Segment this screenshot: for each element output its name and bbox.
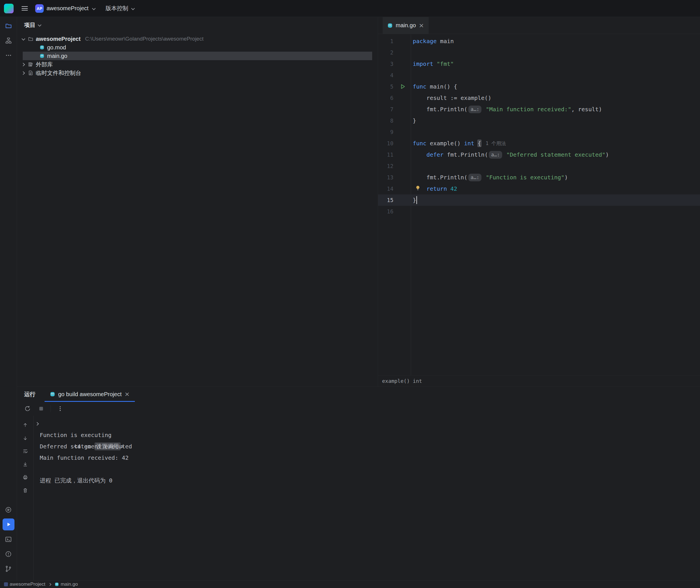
rerun-button[interactable] bbox=[23, 404, 32, 413]
code-line[interactable]: 14 return 42 bbox=[378, 183, 700, 194]
tree-row-main-go[interactable]: main.go bbox=[23, 52, 372, 60]
code-line[interactable]: 1package main bbox=[378, 35, 700, 47]
main-menu-button[interactable] bbox=[22, 6, 28, 11]
down-stacktrace-button[interactable] bbox=[22, 434, 29, 442]
code-line[interactable]: 6 result := example() bbox=[378, 92, 700, 104]
code-text: result := example() bbox=[411, 95, 491, 101]
project-panel-title: 项目 bbox=[24, 21, 35, 29]
run-tool-window: 运行 go build awesomeProject × bbox=[17, 387, 700, 580]
printer-icon bbox=[22, 474, 28, 480]
code-line[interactable]: 9 bbox=[378, 126, 700, 138]
run-panel-title[interactable]: 运行 bbox=[24, 390, 35, 398]
console-command-line: <4 go 设置调用> bbox=[40, 418, 700, 429]
soft-wrap-button[interactable] bbox=[22, 448, 29, 455]
run-tab-label: go build awesomeProject bbox=[58, 391, 121, 398]
clear-console-button[interactable] bbox=[22, 487, 29, 494]
stop-icon bbox=[38, 406, 44, 412]
code-line[interactable]: 3import "fmt" bbox=[378, 58, 700, 70]
problems-tool-button[interactable] bbox=[3, 548, 14, 560]
code-line[interactable]: 2 bbox=[378, 47, 700, 58]
code-text: import "fmt" bbox=[411, 60, 454, 67]
code-line[interactable]: 4 bbox=[378, 70, 700, 81]
code-line[interactable]: 7 fmt.Println(a…: "Main function receive… bbox=[378, 104, 700, 115]
structure-tool-button[interactable] bbox=[3, 35, 14, 47]
stop-button[interactable] bbox=[37, 404, 45, 413]
chevron-right-icon[interactable] bbox=[21, 62, 26, 67]
goland-window: AP awesomeProject 版本控制 bbox=[0, 0, 700, 588]
code-text: } bbox=[411, 196, 417, 204]
code-line[interactable]: 12 bbox=[378, 160, 700, 172]
token-inlay: 1 个用法 bbox=[486, 140, 506, 147]
code-line[interactable]: 15} bbox=[378, 194, 700, 206]
project-tool-button[interactable] bbox=[3, 20, 14, 32]
statusbar-file-crumb[interactable]: main.go bbox=[55, 581, 78, 587]
code-lines[interactable]: 1package main23import "fmt"45func main()… bbox=[378, 34, 700, 375]
context-bar[interactable]: example() int bbox=[378, 375, 700, 387]
scroll-end-icon bbox=[22, 461, 28, 467]
project-tool-window: 项目 awesomeProject C:\Users\meowr\GolandP… bbox=[17, 17, 378, 387]
token-p: example() bbox=[426, 140, 464, 147]
fold-expand-icon[interactable] bbox=[35, 418, 39, 429]
project-avatar: AP bbox=[35, 4, 44, 13]
project-widget[interactable]: AP awesomeProject bbox=[35, 4, 96, 13]
tree-row-go-mod[interactable]: go.mod bbox=[17, 43, 378, 52]
go-file-icon bbox=[50, 391, 55, 397]
token-p: ) bbox=[605, 151, 609, 158]
tree-row-scratches[interactable]: 临时文件和控制台 bbox=[17, 69, 378, 77]
code-text: fmt.Println(a…: "Main function received:… bbox=[411, 106, 602, 113]
run-toolbar bbox=[17, 402, 700, 416]
token-str: "fmt" bbox=[437, 60, 454, 67]
run-tab-go-build[interactable]: go build awesomeProject × bbox=[45, 387, 135, 402]
line-number: 5 bbox=[378, 83, 395, 90]
vcs-widget[interactable]: 版本控制 bbox=[106, 5, 135, 12]
more-options-button[interactable] bbox=[56, 404, 64, 413]
scroll-to-end-button[interactable] bbox=[22, 461, 29, 468]
token-p bbox=[413, 151, 426, 158]
vcs-widget-label: 版本控制 bbox=[106, 5, 128, 12]
code-text: defer fmt.Println(a…: "Deferred statemen… bbox=[411, 151, 609, 159]
token-p: main() { bbox=[426, 83, 457, 90]
chevron-down-icon[interactable] bbox=[21, 37, 26, 41]
print-button[interactable] bbox=[22, 474, 29, 481]
services-tool-button[interactable] bbox=[3, 504, 14, 516]
code-line[interactable]: 11 defer fmt.Println(a…: "Deferred state… bbox=[378, 149, 700, 160]
console-blank-line bbox=[40, 463, 700, 475]
context-breadcrumb: example() int bbox=[382, 378, 422, 384]
line-number: 16 bbox=[378, 208, 395, 215]
more-tool-windows-button[interactable] bbox=[3, 49, 14, 61]
editor-tab-main-go[interactable]: main.go × bbox=[383, 17, 429, 34]
tree-row-external-libraries[interactable]: 外部库 bbox=[17, 60, 378, 69]
tree-row-project-root[interactable]: awesomeProject C:\Users\meowr\GolandProj… bbox=[17, 35, 378, 43]
up-stacktrace-button[interactable] bbox=[22, 421, 29, 429]
token-p bbox=[482, 106, 486, 113]
line-number: 12 bbox=[378, 163, 395, 169]
problems-icon bbox=[5, 551, 12, 558]
intention-bulb-icon[interactable] bbox=[415, 185, 421, 191]
run-gutter-icon[interactable] bbox=[395, 83, 411, 90]
console-line: Deferred statement executed bbox=[40, 441, 700, 452]
console-exit-line: 进程 已完成，退出代码为 0 bbox=[40, 475, 700, 486]
line-number: 2 bbox=[378, 49, 395, 56]
token-p: fmt.Println( bbox=[413, 174, 468, 181]
code-line[interactable]: 5func main() { bbox=[378, 81, 700, 92]
folder-icon bbox=[28, 36, 33, 42]
code-line[interactable]: 10func example() int {1 个用法 bbox=[378, 138, 700, 149]
terminal-tool-button[interactable] bbox=[3, 533, 14, 545]
line-number: 3 bbox=[378, 61, 395, 67]
code-text: package main bbox=[411, 38, 454, 45]
statusbar-project-crumb[interactable]: awesomeProject bbox=[4, 581, 45, 587]
code-line[interactable]: 16 bbox=[378, 206, 700, 217]
version-control-tool-button[interactable] bbox=[3, 563, 14, 575]
code-line[interactable]: 13 fmt.Println(a…: "Function is executin… bbox=[378, 172, 700, 183]
close-icon[interactable]: × bbox=[419, 22, 424, 29]
scratch-file-icon bbox=[28, 70, 33, 76]
code-line[interactable]: 8} bbox=[378, 115, 700, 126]
token-hint: a…: bbox=[489, 151, 502, 159]
close-icon[interactable]: × bbox=[124, 391, 129, 397]
project-panel-header[interactable]: 项目 bbox=[17, 17, 378, 33]
run-tool-button[interactable] bbox=[3, 518, 14, 530]
goland-logo-icon bbox=[4, 4, 14, 13]
chevron-right-icon[interactable] bbox=[21, 71, 26, 75]
kebab-icon bbox=[57, 406, 63, 412]
line-number: 8 bbox=[378, 117, 395, 124]
